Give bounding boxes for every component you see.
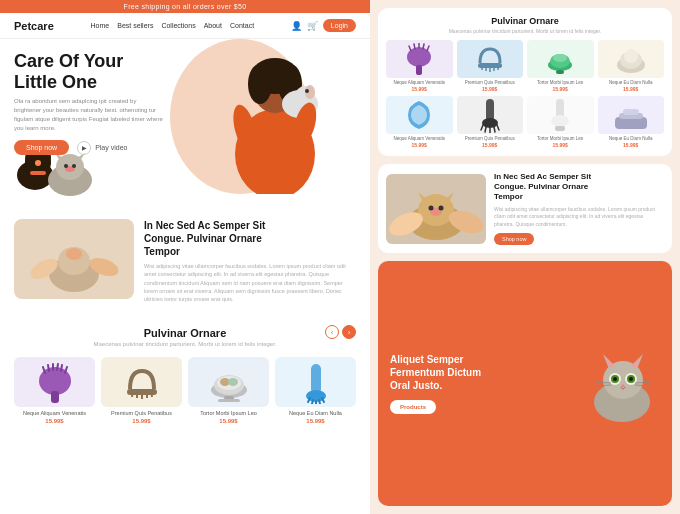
shop-now-button[interactable]: Shop now (14, 140, 69, 155)
mid-description: Wisi adipiscing vitae ullamcorper faucib… (144, 262, 356, 303)
product-name-2: Premium Quis Penatibus (101, 410, 182, 417)
svg-line-81 (485, 127, 486, 132)
svg-rect-78 (486, 99, 494, 121)
login-button[interactable]: Login (323, 19, 356, 32)
right-product-name-2: Premium Quis Penatibus (457, 80, 524, 86)
play-video-label: Play video (95, 144, 127, 151)
product-price-1: 15.99$ (14, 418, 95, 424)
svg-rect-87 (555, 126, 565, 131)
svg-rect-64 (416, 65, 422, 75)
nav-link-collections[interactable]: Collections (161, 22, 195, 29)
product-image-2 (101, 357, 182, 407)
products-button[interactable]: Products (390, 400, 436, 414)
mid-text: In Nec Sed Ac Semper SitCongue. Pulvinar… (144, 219, 356, 303)
svg-line-83 (494, 127, 495, 132)
product-price-4: 15.99$ (275, 418, 356, 424)
svg-point-73 (553, 54, 567, 62)
right-product-card-5: Neque Aliquam Venenatis 15.99$ (386, 96, 453, 148)
left-products-section: Pulvinar Ornare Maecenas pulvinar tincid… (0, 313, 370, 430)
svg-rect-16 (30, 171, 46, 175)
product-card-3: Tortor Morbi Ipsum Leo 15.99$ (188, 357, 269, 424)
navbar: Petcare Home Best sellers Collections Ab… (0, 13, 370, 39)
right-panel: Pulvinar Ornare Maecenas pulvinar tincid… (378, 0, 680, 514)
svg-line-80 (481, 125, 483, 130)
right-bottom-title: Aliquet SemperFermentum DictumOral Justo… (390, 353, 577, 392)
svg-line-62 (423, 44, 424, 49)
nav-icons: 👤 🛒 Login (291, 19, 356, 32)
nav-link-contact[interactable]: Contact (230, 22, 254, 29)
svg-point-15 (35, 160, 41, 166)
svg-rect-90 (623, 109, 639, 115)
right-product-price-6: 15.99$ (457, 142, 524, 148)
right-product-price-2: 15.99$ (457, 86, 524, 92)
svg-point-8 (305, 89, 309, 93)
right-product-price-4: 15.99$ (598, 86, 665, 92)
mid-section: In Nec Sed Ac Semper SitCongue. Pulvinar… (0, 209, 370, 313)
right-product-img-1 (386, 40, 453, 78)
svg-point-22 (64, 164, 68, 168)
right-product-name-5: Neque Aliquam Venenatis (386, 136, 453, 142)
cart-icon[interactable]: 🛒 (307, 21, 318, 31)
svg-line-43 (151, 389, 152, 397)
right-product-img-3 (527, 40, 594, 78)
right-bottom-text: Aliquet SemperFermentum DictumOral Justo… (390, 353, 577, 414)
right-top-title: Pulvinar Ornare (386, 16, 664, 26)
right-product-name-6: Premium Quis Penatibus (457, 136, 524, 142)
section-title: Pulvinar Ornare (93, 327, 276, 339)
right-product-img-8 (598, 96, 665, 134)
product-image-3 (188, 357, 269, 407)
product-image-4 (275, 357, 356, 407)
right-product-img-5 (386, 96, 453, 134)
product-name-4: Neque Eu Diam Nulla (275, 410, 356, 417)
right-product-card-1: Neque Aliquam Venenatis 15.99$ (386, 40, 453, 92)
play-icon: ▶ (77, 141, 91, 155)
section-description: Maecenas pulvinar tincidunt parturient. … (93, 341, 276, 347)
product-grid: Neque Aliquam Venenatis 15.99$ (0, 351, 370, 430)
right-mid-title: In Nec Sed Ac Semper SitCongue. Pulvinar… (494, 172, 664, 203)
right-mid-shop-button[interactable]: Shop now (494, 233, 534, 245)
section-header-row: Pulvinar Ornare Maecenas pulvinar tincid… (0, 313, 370, 351)
prev-button[interactable]: ‹ (325, 325, 339, 339)
svg-point-79 (482, 118, 498, 128)
right-product-img-2 (457, 40, 524, 78)
right-product-card-3: Tortor Morbi Ipsum Leo 15.99$ (527, 40, 594, 92)
left-panel: Free shipping on all orders over $50 Pet… (0, 0, 370, 514)
svg-line-84 (497, 125, 499, 130)
product-price-2: 15.99$ (101, 418, 182, 424)
next-button[interactable]: › (342, 325, 356, 339)
product-card-4: Neque Eu Diam Nulla 15.99$ (275, 357, 356, 424)
right-mid-description: Wisi adipiscing vitae ullamcorper faucib… (494, 206, 664, 229)
right-product-img-7 (527, 96, 594, 134)
svg-line-32 (48, 365, 49, 371)
top-bar: Free shipping on all orders over $50 (0, 0, 370, 13)
nav-link-bestsellers[interactable]: Best sellers (117, 22, 153, 29)
svg-rect-74 (556, 70, 564, 74)
svg-line-60 (414, 44, 415, 49)
right-mid-image (386, 174, 486, 244)
svg-point-97 (429, 205, 434, 210)
right-product-card-2: Premium Quis Penatibus 15.99$ (457, 40, 524, 92)
svg-line-59 (409, 46, 411, 51)
right-top-desc: Maecenas pulvinar tincidunt parturient. … (386, 28, 664, 34)
nav-link-about[interactable]: About (204, 22, 222, 29)
product-name-1: Neque Aliquam Venenatis (14, 410, 95, 417)
product-card-1: Neque Aliquam Venenatis 15.99$ (14, 357, 95, 424)
mid-title: In Nec Sed Ac Semper SitCongue. Pulvinar… (144, 219, 356, 258)
svg-point-77 (624, 49, 638, 63)
user-icon[interactable]: 👤 (291, 21, 302, 31)
right-product-price-7: 15.99$ (527, 142, 594, 148)
product-card-2: Premium Quis Penatibus 15.99$ (101, 357, 182, 424)
right-product-card-4: Neque Eu Diam Nulla 15.99$ (598, 40, 665, 92)
nav-links: Home Best sellers Collections About Cont… (64, 22, 281, 29)
hero-woman-image (210, 39, 340, 194)
play-video-button[interactable]: ▶ Play video (77, 141, 127, 155)
nav-link-home[interactable]: Home (91, 22, 110, 29)
svg-rect-51 (311, 364, 321, 394)
svg-point-23 (72, 164, 76, 168)
right-bottom-section: Aliquet SemperFermentum DictumOral Justo… (378, 261, 672, 506)
svg-line-54 (312, 400, 313, 404)
right-mid-text: In Nec Sed Ac Semper SitCongue. Pulvinar… (494, 172, 664, 246)
mid-section-image (14, 219, 134, 299)
svg-rect-50 (218, 399, 240, 402)
svg-line-56 (319, 400, 320, 404)
